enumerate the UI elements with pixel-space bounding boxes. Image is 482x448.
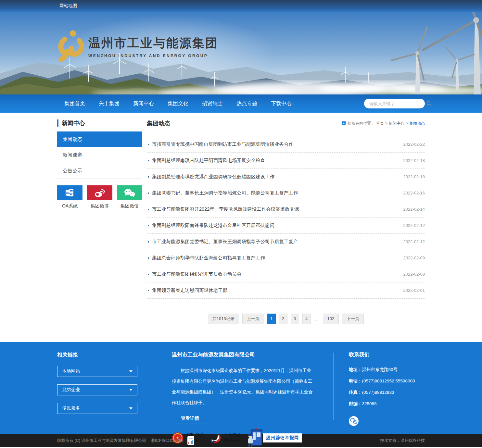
pagination-total: 共1013记录: [208, 314, 239, 324]
pagination: 共1013记录 上一页 1 2 3 4 ... 102 下一页: [147, 314, 425, 324]
news-item[interactable]: 集团党委书记、董事长王炯调研指导冶炼公司、能源公司复工复产工作2022-02-1…: [147, 185, 425, 201]
nav-item-culture[interactable]: 集团文化: [168, 100, 188, 107]
sitemap-link[interactable]: 网站地图: [57, 3, 77, 9]
police-mascot-icon: [245, 428, 263, 447]
bullet-icon: [148, 160, 149, 161]
site-subtitle: WENZHOU INDUSTRY AND ENERGY GROUP: [88, 54, 218, 58]
crescent-logo-icon: [209, 432, 222, 443]
bullet-icon: [148, 144, 149, 145]
bullet-icon: [148, 290, 149, 291]
breadcrumb: ▶ 您所在的位置： 首页 > 新闻中心 > 集团动态: [342, 121, 425, 126]
shortcut-label: OA系统: [57, 203, 82, 209]
shortcut-label: 集团微博: [87, 203, 112, 209]
news-item[interactable]: 集团总会计师胡华带队赴金海蕴公司指导复工复产工作2022-02-09: [147, 250, 425, 266]
bullet-icon: [148, 257, 149, 259]
footer-select-sister-companies[interactable]: 兄弟企业: [57, 384, 137, 395]
contact-fax: 传真：(0577)88812833: [349, 390, 425, 395]
cnzz-stats-badge[interactable]: cnzz: [187, 436, 194, 445]
contact-phone: 电话：(0577)88812952 55598008: [349, 378, 425, 384]
chevron-down-icon: [129, 389, 133, 391]
news-item[interactable]: 市工业与能源集团召开2022年一季度党风廉政建设工作会议暨廉政党课2022-02…: [147, 201, 425, 218]
news-list: 市招商引资专班携中国南山集团到访市工业与能源集团洽谈业务合作2022-02-22…: [147, 136, 425, 299]
main-nav: 集团首页 关于集团 新闻中心 集团文化 招贤纳士 热点专题 下载中心: [0, 94, 482, 113]
nav-item-about[interactable]: 关于集团: [99, 100, 120, 107]
bullet-icon: [148, 176, 149, 178]
pagination-page-last[interactable]: 102: [323, 314, 339, 324]
news-item[interactable]: 市工业与能源集团组织召开节后收心动员会2022-02-08: [147, 266, 425, 282]
pagination-page-3[interactable]: 3: [291, 314, 299, 324]
pagination-next-button[interactable]: 下一页: [342, 314, 364, 324]
svg-text:OA: OA: [66, 192, 70, 194]
contact-address: 地址：温州市东龙路50号: [349, 367, 425, 373]
shortcut-wechat[interactable]: 集团微信: [117, 185, 142, 209]
news-item[interactable]: 集团副总经理南琪带队赴平阳西湾风电场开展安全检查2022-02-18: [147, 153, 425, 169]
footer-contact-title: 联系我们: [349, 352, 425, 358]
pagination-page-4[interactable]: 4: [302, 314, 311, 324]
sidebar-item-announcements[interactable]: 公告公示: [57, 163, 142, 179]
news-item[interactable]: 集团副总经理南琪赴龙港产业园调研绿色低碳园区建设工作2022-02-18: [147, 169, 425, 185]
bullet-icon: [148, 241, 149, 243]
bullet-icon: [148, 225, 149, 226]
pagination-page-1[interactable]: 1: [267, 314, 276, 324]
sidebar-shortcuts: OA OA系统 集团微博: [57, 185, 142, 209]
chevron-down-icon: [129, 370, 133, 372]
bullet-icon: [148, 274, 149, 275]
footer-select-services[interactable]: 便民服务: [57, 403, 137, 414]
sidebar: 新闻中心 集团动态 新闻速递 公告公示 OA: [57, 118, 142, 209]
news-item[interactable]: 市招商引资专班携中国南山集团到访市工业与能源集团洽谈业务合作2022-02-22: [147, 136, 425, 153]
nav-item-download[interactable]: 下载中心: [271, 100, 292, 107]
shortcut-weibo[interactable]: 集团微博: [87, 185, 112, 209]
location-icon: ▶: [342, 121, 346, 125]
breadcrumb-prefix: 您所在的位置：: [348, 121, 375, 126]
oa-document-icon: OA: [65, 189, 75, 197]
site-logo[interactable]: 温州市工业与能源集团 WENZHOU INDUSTRY AND ENERGY G…: [57, 30, 218, 63]
search-input[interactable]: [369, 101, 426, 106]
top-bar: 网站地图: [0, 0, 482, 12]
news-section: 集团动态 ▶ 您所在的位置： 首页 > 新闻中心 > 集团动态 市招商引资专班携…: [147, 118, 425, 324]
pagination-ellipsis: ...: [315, 317, 319, 321]
bullet-icon: [148, 209, 149, 210]
sidebar-title: 新闻中心: [57, 119, 142, 127]
view-details-button[interactable]: 查看详情: [172, 413, 208, 424]
shortcut-oa-system[interactable]: OA OA系统: [57, 185, 82, 209]
sidebar-item-news-express[interactable]: 新闻速递: [57, 147, 142, 163]
page-title: 集团动态: [147, 119, 170, 127]
breadcrumb-current[interactable]: 集团动态: [409, 121, 425, 126]
news-item[interactable]: 市工业与能源集团党委书记、董事长王炯调研指导子公司节后复工复产2022-02-1…: [147, 234, 425, 250]
footer-select-local-sites[interactable]: 本地网站: [57, 366, 137, 377]
report-center-badge[interactable]: 不良信息 举报中心: [209, 432, 240, 443]
contact-zipcode: 邮编：325088: [349, 401, 425, 407]
footer-company-title: 温州市工业与能源发展集团有限公司: [172, 352, 314, 358]
wechat-icon: [124, 188, 135, 197]
pagination-page-2[interactable]: 2: [279, 314, 287, 324]
icp-number[interactable]: 浙ICP备11019396: [151, 438, 184, 443]
chevron-down-icon: [129, 407, 133, 409]
footer: 相关链接 本地网站 兄弟企业 便民服务 温州市工业与能源发展集团有限公司 根据温…: [0, 342, 482, 434]
footer-company-description: 根据温州市深化市级国企改革的工作要求，2020年1月，温州市工业投资集团有限公司…: [172, 365, 314, 408]
footer-wechat-icon[interactable]: [349, 416, 359, 426]
copyright-text: 版权所有 (C) 温州市工业与能源发展集团有限公司: [57, 438, 146, 443]
nav-item-news[interactable]: 新闻中心: [133, 100, 154, 107]
news-item[interactable]: 集团领导新春走访慰问离退休老干部2022-02-01: [147, 282, 425, 299]
site-title: 温州市工业与能源集团: [88, 35, 218, 51]
hero-banner: 温州市工业与能源集团 WENZHOU INDUSTRY AND ENERGY G…: [0, 12, 482, 94]
shortcut-label: 集团微信: [117, 203, 142, 209]
bullet-icon: [148, 193, 149, 194]
pagination-prev-button[interactable]: 上一页: [242, 314, 264, 324]
breadcrumb-section[interactable]: 新闻中心: [389, 121, 404, 126]
search-box[interactable]: [364, 99, 425, 108]
nav-item-topics[interactable]: 热点专题: [236, 100, 257, 107]
nav-item-recruit[interactable]: 招贤纳士: [202, 100, 223, 107]
piyao-report-badge[interactable]: 温州辟谣举报网: [245, 428, 302, 447]
nav-item-home[interactable]: 集团首页: [64, 100, 85, 107]
piyao-label: 温州辟谣举报网: [263, 433, 302, 442]
logo-icon: [57, 30, 84, 63]
footer-links-title: 相关链接: [57, 352, 137, 358]
breadcrumb-home[interactable]: 首页: [376, 121, 384, 126]
search-icon[interactable]: [426, 101, 432, 106]
weibo-icon: [94, 188, 105, 197]
sidebar-item-group-news[interactable]: 集团动态: [57, 131, 142, 147]
news-item[interactable]: 集团副总经理欧阳南锋带队赴龙港市金星社区开展帮扶慰问2022-02-12: [147, 218, 425, 234]
bar-chart-icon: [188, 440, 193, 444]
tech-support-text: 技术支持：温州优谷科技: [380, 438, 425, 443]
